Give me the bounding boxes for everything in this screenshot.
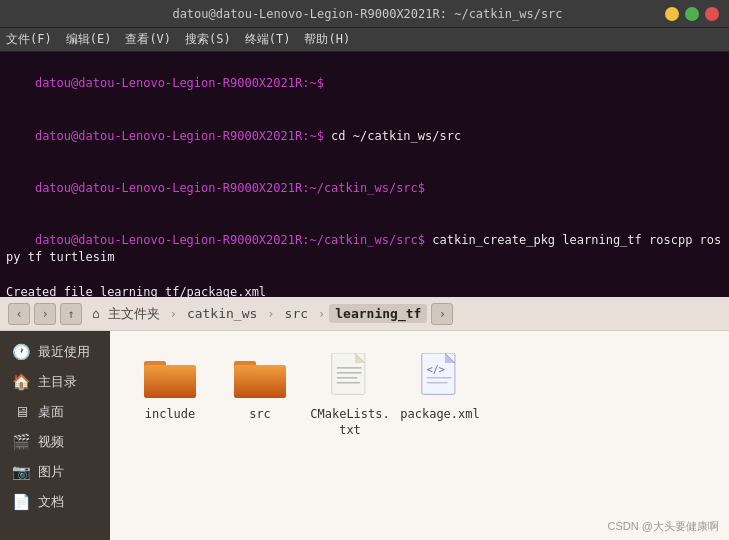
sidebar-label-documents: 文档 [38,493,64,511]
sidebar-item-recent[interactable]: 🕐 最近使用 [0,337,110,367]
documents-icon: 📄 [12,493,30,511]
up-button[interactable]: ↑ [60,303,82,325]
file-item-package-xml[interactable]: </> package.xml [400,347,480,444]
recent-icon: 🕐 [12,343,30,361]
text-file-icon-cmake [324,353,376,401]
file-label-cmakelists: CMakeLists.txt [310,407,389,438]
breadcrumb-sep-2: › [267,307,274,321]
watermark: CSDN @大头要健康啊 [608,519,719,534]
sidebar-item-pictures[interactable]: 📷 图片 [0,457,110,487]
term-line-1: datou@datou-Lenovo-Legion-R9000X2021R:~$ [6,58,723,110]
close-button[interactable] [705,7,719,21]
file-item-cmakelists[interactable]: CMakeLists.txt [310,347,390,444]
sidebar-item-videos[interactable]: 🎬 视频 [0,427,110,457]
term-line-4: datou@datou-Lenovo-Legion-R9000X2021R:~/… [6,215,723,285]
sidebar-label-pictures: 图片 [38,463,64,481]
title-bar: datou@datou-Lenovo-Legion-R9000X2021R: ~… [0,0,729,28]
svg-text:</>: </> [427,364,445,375]
folder-icon-src [234,353,286,401]
window-controls [665,7,719,21]
video-icon: 🎬 [12,433,30,451]
menu-item-编辑e[interactable]: 编辑(E) [66,31,112,48]
sidebar-label-videos: 视频 [38,433,64,451]
content-area: 🕐 最近使用 🏠 主目录 🖥 桌面 🎬 视频 📷 图片 📄 文档 [0,331,729,540]
breadcrumb-sep-1: › [170,307,177,321]
terminal-area[interactable]: datou@datou-Lenovo-Legion-R9000X2021R:~$… [0,52,729,297]
xml-file-icon-package: </> [414,353,466,401]
sidebar: 🕐 最近使用 🏠 主目录 🖥 桌面 🎬 视频 📷 图片 📄 文档 [0,331,110,540]
svg-rect-2 [144,365,196,398]
breadcrumb-sep-3: › [318,307,325,321]
term-line-5: Created file learning_tf/package.xml [6,284,723,297]
home-icon: ⌂ [92,306,100,321]
window-title: datou@datou-Lenovo-Legion-R9000X2021R: ~… [70,7,665,21]
desktop-icon: 🖥 [12,403,30,421]
back-button[interactable]: ‹ [8,303,30,325]
learning-tf-crumb[interactable]: learning_tf [329,304,427,323]
sidebar-item-documents[interactable]: 📄 文档 [0,487,110,517]
sidebar-item-desktop[interactable]: 🖥 桌面 [0,397,110,427]
sidebar-item-home[interactable]: 🏠 主目录 [0,367,110,397]
files-grid: include src [110,331,729,540]
menu-item-帮助h[interactable]: 帮助(H) [304,31,350,48]
crumb-forward-button[interactable]: › [431,303,453,325]
minimize-button[interactable] [665,7,679,21]
sidebar-label-desktop: 桌面 [38,403,64,421]
menu-item-终端t[interactable]: 终端(T) [245,31,291,48]
file-label-include: include [145,407,196,423]
file-manager: ‹ › ↑ ⌂ 主文件夹 › catkin_ws › src › learnin… [0,297,729,540]
nav-bar: ‹ › ↑ ⌂ 主文件夹 › catkin_ws › src › learnin… [0,297,729,331]
term-line-2: datou@datou-Lenovo-Legion-R9000X2021R:~$… [6,110,723,162]
menu-item-文件f[interactable]: 文件(F) [6,31,52,48]
maximize-button[interactable] [685,7,699,21]
file-item-src[interactable]: src [220,347,300,444]
forward-button[interactable]: › [34,303,56,325]
sidebar-label-home: 主目录 [38,373,77,391]
sidebar-label-recent: 最近使用 [38,343,90,361]
catkin-ws-crumb[interactable]: catkin_ws [181,304,263,323]
folder-icon-include [144,353,196,401]
menu-item-搜索s[interactable]: 搜索(S) [185,31,231,48]
svg-rect-5 [234,365,286,398]
term-line-3: datou@datou-Lenovo-Legion-R9000X2021R:~/… [6,162,723,214]
menu-item-查看v[interactable]: 查看(V) [125,31,171,48]
pictures-icon: 📷 [12,463,30,481]
file-label-package-xml: package.xml [400,407,479,423]
home-icon: 🏠 [12,373,30,391]
file-item-include[interactable]: include [130,347,210,444]
src-crumb[interactable]: src [279,304,314,323]
home-crumb[interactable]: ⌂ 主文件夹 [86,303,166,325]
menu-bar: 文件(F)编辑(E)查看(V)搜索(S)终端(T)帮助(H) [0,28,729,52]
file-label-src: src [249,407,271,423]
